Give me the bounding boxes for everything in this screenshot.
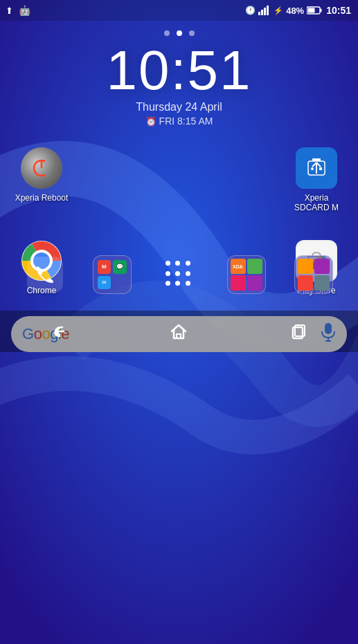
grid-dot bbox=[186, 281, 190, 286]
xperia-reboot-app[interactable]: Xperia Reboot bbox=[14, 147, 69, 212]
music-mini-icon bbox=[231, 275, 246, 291]
video-mini-icon bbox=[247, 275, 262, 291]
charging-icon: ⚡ bbox=[274, 6, 283, 15]
svg-rect-3 bbox=[264, 8, 266, 15]
page-dot-2 bbox=[177, 30, 182, 36]
grid-dot bbox=[175, 261, 180, 266]
status-icons-right: 🕐 ⚡ 48% 10:51 bbox=[245, 5, 351, 16]
svg-rect-7 bbox=[308, 8, 315, 13]
maps-mini-icon bbox=[247, 259, 262, 274]
sys-app-3 bbox=[298, 275, 313, 291]
page-dot-1 bbox=[164, 30, 170, 36]
system-folder-icon bbox=[294, 255, 333, 294]
svg-rect-2 bbox=[261, 10, 263, 15]
svg-point-14 bbox=[311, 167, 314, 170]
android-icon: 🤖 bbox=[19, 5, 30, 16]
notification-icon: ⬆ bbox=[6, 6, 13, 16]
status-bar: ⬆ 🤖 🕐 ⚡ 48% 10:51 bbox=[0, 0, 358, 21]
page-dot-3 bbox=[189, 30, 195, 36]
alarm-icon: ⏰ bbox=[145, 116, 156, 127]
clock-date: Thursday 24 April bbox=[0, 101, 358, 113]
alarm-time: FRI 8:15 AM bbox=[159, 116, 213, 127]
bottom-dock: M 💬 ✉ bbox=[0, 246, 358, 304]
xperia-sdcard-icon bbox=[296, 147, 337, 189]
recents-icon bbox=[289, 322, 308, 341]
grid-dot bbox=[175, 271, 180, 276]
top-app-row: Xperia Reboot Xperia SDCA bbox=[0, 147, 358, 212]
xda-folder-icon: XDA bbox=[227, 255, 266, 294]
grid-dot bbox=[165, 281, 170, 286]
xperia-reboot-label: Xperia Reboot bbox=[15, 193, 69, 203]
grid-dot bbox=[175, 281, 180, 286]
svg-rect-1 bbox=[258, 12, 260, 15]
home-button[interactable] bbox=[161, 318, 196, 345]
usb-icon bbox=[303, 154, 330, 182]
battery-icon bbox=[307, 6, 322, 15]
signal-icon bbox=[258, 6, 271, 15]
back-icon bbox=[50, 322, 69, 341]
xperia-sdcard-app[interactable]: Xperia SDCARD M bbox=[289, 147, 344, 212]
clock-display: 10:51 bbox=[0, 43, 358, 98]
gmail-folder[interactable]: M 💬 ✉ bbox=[90, 252, 134, 297]
clock-widget: 10:51 Thursday 24 April ⏰ FRI 8:15 AM bbox=[0, 43, 358, 127]
svg-rect-4 bbox=[267, 6, 269, 15]
svg-rect-6 bbox=[321, 9, 322, 12]
email-folder-icon: M 💬 ✉ bbox=[93, 255, 132, 294]
apps-grid-icon bbox=[161, 257, 197, 293]
grid-dot bbox=[165, 261, 170, 266]
svg-rect-15 bbox=[319, 167, 322, 170]
sys-app-4 bbox=[314, 275, 330, 291]
grid-dot bbox=[186, 271, 190, 276]
sys-app-2 bbox=[314, 259, 330, 274]
hangouts-mini-icon: 💬 bbox=[113, 260, 127, 274]
recents-button[interactable] bbox=[281, 318, 316, 345]
folder-empty bbox=[113, 276, 127, 290]
battery-percent: 48% bbox=[286, 6, 304, 16]
navigation-bar bbox=[0, 311, 358, 352]
home-icon bbox=[169, 322, 188, 341]
svg-rect-28 bbox=[177, 334, 181, 338]
clock-alarm: ⏰ FRI 8:15 AM bbox=[0, 116, 358, 127]
svg-rect-16 bbox=[312, 158, 321, 161]
xperia-sdcard-label: Xperia SDCARD M bbox=[289, 193, 344, 212]
gmail-mini-icon: M bbox=[98, 260, 111, 274]
power-icon bbox=[31, 158, 52, 178]
phone-dock-item[interactable] bbox=[23, 252, 67, 297]
phone-icon bbox=[27, 257, 63, 293]
alarm-status-icon: 🕐 bbox=[245, 6, 256, 15]
xperia-reboot-icon bbox=[21, 147, 62, 189]
back-button[interactable] bbox=[42, 318, 77, 345]
sys-app-1 bbox=[298, 259, 313, 274]
grid-dot bbox=[186, 261, 190, 266]
messaging-mini-icon: ✉ bbox=[98, 276, 111, 290]
xda-mini-icon: XDA bbox=[231, 259, 246, 274]
clock-time-status: 10:51 bbox=[326, 5, 351, 16]
xda-folder[interactable]: XDA bbox=[224, 252, 269, 297]
page-indicators bbox=[0, 30, 358, 36]
all-apps-button[interactable] bbox=[157, 252, 202, 297]
system-apps-folder[interactable] bbox=[292, 252, 336, 297]
status-icons-left: ⬆ 🤖 bbox=[6, 5, 30, 16]
grid-dot bbox=[165, 271, 170, 276]
